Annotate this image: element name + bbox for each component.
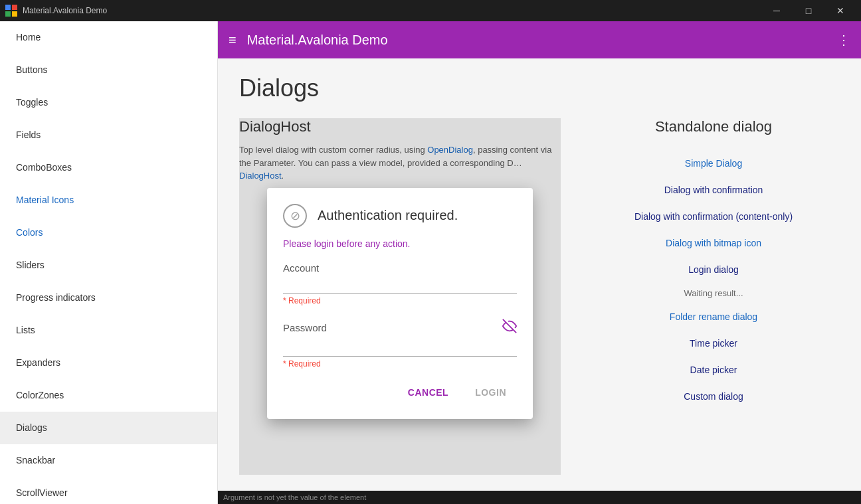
dialog-confirmation-link[interactable]: Dialog with confirmation [587, 181, 840, 199]
time-picker-link[interactable]: Time picker [587, 334, 840, 353]
password-input-wrapper [283, 339, 517, 357]
auth-dialog: ⊘ Authentication required. Please login … [267, 188, 533, 419]
hamburger-menu-icon[interactable]: ≡ [229, 33, 237, 48]
sidebar-item-lists[interactable]: Lists [0, 314, 217, 347]
sidebar-item-snackbar[interactable]: Snackbar [0, 444, 217, 477]
password-required-error: Required [283, 359, 517, 369]
sidebar-item-scrollviewer[interactable]: ScrollViewer [0, 477, 217, 504]
sidebar-item-material-icons[interactable]: Material Icons [0, 184, 217, 216]
account-field: Account Required [283, 262, 517, 305]
close-button[interactable]: ✕ [825, 0, 856, 21]
cancel-button[interactable]: CANCEL [397, 382, 459, 403]
svg-rect-3 [12, 11, 17, 17]
app-container: Home Buttons Toggles Fields ComboBoxes M… [0, 21, 861, 504]
sidebar-item-comboboxes[interactable]: ComboBoxes [0, 151, 217, 184]
page-title: Dialogs [239, 74, 840, 102]
dialog-bitmap-icon-link[interactable]: Dialog with bitmap icon [587, 234, 840, 252]
svg-rect-1 [12, 5, 17, 10]
password-field: Password [283, 319, 517, 369]
account-required-error: Required [283, 296, 517, 305]
login-button[interactable]: LOGIN [464, 382, 517, 403]
dialog-actions: CANCEL LOGIN [283, 382, 517, 403]
custom-dialog-link[interactable]: Custom dialog [587, 387, 840, 406]
password-input[interactable] [283, 339, 517, 356]
sidebar-item-home[interactable]: Home [0, 21, 217, 54]
left-column: DialogHost Top level dialog with custom … [239, 118, 561, 475]
app-bar-title: Material.Avalonia Demo [247, 33, 388, 48]
app-icon [5, 5, 17, 17]
date-picker-link[interactable]: Date picker [587, 361, 840, 379]
window-title: Material.Avalonia Demo [23, 6, 107, 15]
sidebar-item-progress-indicators[interactable]: Progress indicators [0, 282, 217, 314]
window-controls: ─ □ ✕ [761, 0, 856, 21]
status-text: Argument is not yet the value of the ele… [223, 493, 366, 501]
sidebar-item-fields[interactable]: Fields [0, 119, 217, 151]
title-bar-left: Material.Avalonia Demo [5, 5, 107, 17]
minimize-button[interactable]: ─ [761, 0, 792, 21]
sidebar: Home Buttons Toggles Fields ComboBoxes M… [0, 21, 218, 504]
auth-icon: ⊘ [283, 204, 307, 228]
more-options-icon[interactable]: ⋮ [837, 32, 850, 48]
maximize-button[interactable]: □ [793, 0, 824, 21]
sidebar-item-buttons[interactable]: Buttons [0, 54, 217, 86]
dialog-header: ⊘ Authentication required. [283, 204, 517, 228]
waiting-result-text: Waiting result... [587, 287, 840, 299]
sidebar-item-colors[interactable]: Colors [0, 216, 217, 249]
content-area: Dialogs DialogHost Top level dialog with… [218, 58, 861, 491]
dialog-overlay: ⊘ Authentication required. Please login … [239, 118, 561, 475]
dialog-confirmation-content-link[interactable]: Dialog with confirmation (content-only) [587, 207, 840, 226]
account-input[interactable] [283, 276, 517, 293]
folder-rename-dialog-link[interactable]: Folder rename dialog [587, 307, 840, 326]
dialog-title: Authentication required. [318, 208, 458, 223]
sidebar-item-toggles[interactable]: Toggles [0, 86, 217, 119]
account-label: Account [283, 262, 517, 274]
dialog-subtitle: Please login before any action. [283, 238, 517, 249]
simple-dialog-link[interactable]: Simple Dialog [587, 154, 840, 173]
sidebar-item-colorzones[interactable]: ColorZones [0, 379, 217, 412]
status-bar: Argument is not yet the value of the ele… [218, 491, 861, 504]
app-bar-left: ≡ Material.Avalonia Demo [229, 33, 388, 48]
svg-rect-2 [5, 11, 11, 17]
password-visibility-toggle-icon[interactable] [502, 319, 517, 337]
title-bar: Material.Avalonia Demo ─ □ ✕ [0, 0, 861, 21]
sidebar-item-dialogs[interactable]: Dialogs [0, 412, 217, 444]
sidebar-item-sliders[interactable]: Sliders [0, 249, 217, 282]
login-dialog-link[interactable]: Login dialog [587, 260, 840, 279]
content-columns: DialogHost Top level dialog with custom … [239, 118, 840, 475]
sidebar-item-expanders[interactable]: Expanders [0, 347, 217, 379]
app-bar: ≡ Material.Avalonia Demo ⋮ [218, 21, 861, 58]
main-content: ≡ Material.Avalonia Demo ⋮ Dialogs Dialo… [218, 21, 861, 504]
account-input-wrapper [283, 276, 517, 294]
right-column: Standalone dialog Simple Dialog Dialog w… [587, 118, 840, 475]
password-label: Password [283, 319, 517, 337]
standalone-section-title: Standalone dialog [587, 118, 840, 135]
svg-rect-0 [5, 5, 11, 10]
